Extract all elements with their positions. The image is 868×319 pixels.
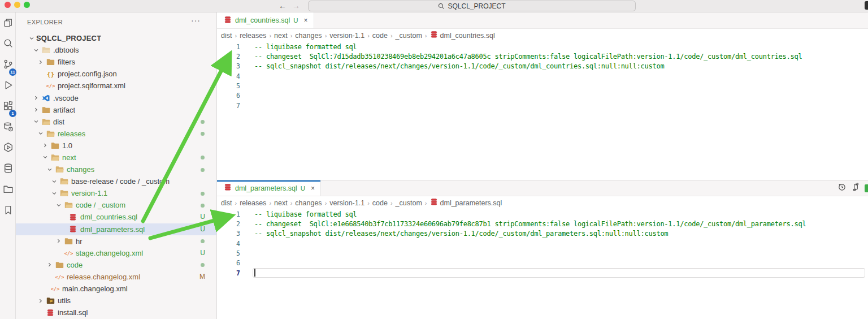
svg-text:</>: </>: [55, 274, 64, 280]
breadcrumb-item[interactable]: version-1.1: [329, 199, 364, 207]
breadcrumb-item[interactable]: releases: [240, 199, 266, 207]
explorer-more-actions-button[interactable]: ···: [191, 16, 201, 25]
command-center-search[interactable]: SQLCL_PROJECT: [308, 1, 636, 11]
activity-badge: 1: [9, 110, 16, 117]
breadcrumb-separator: ›: [390, 32, 393, 39]
breadcrumb-item[interactable]: next: [274, 199, 288, 207]
nav-back-button[interactable]: ←: [277, 0, 288, 12]
tree-item[interactable]: utils: [16, 295, 216, 307]
breadcrumb-item[interactable]: _custom: [396, 32, 422, 40]
tree-item-label: stage.changelog.xml: [76, 249, 143, 257]
tree-item[interactable]: next: [16, 152, 216, 163]
activity-bar-item-source-control[interactable]: 11: [0, 57, 16, 74]
tree-item[interactable]: code / _custom: [16, 199, 216, 211]
breadcrumb-item[interactable]: dml_parameters.sql: [430, 198, 502, 208]
xml-file-icon: </>: [63, 249, 73, 257]
tree-item[interactable]: .vscode: [16, 92, 216, 104]
breadcrumb-item[interactable]: changes: [295, 199, 322, 207]
activity-bar-item-search[interactable]: [0, 36, 16, 53]
tree-item[interactable]: dml_parameters.sqlU: [16, 223, 216, 235]
svg-text:</>: </>: [64, 251, 73, 256]
tree-item[interactable]: changes: [16, 163, 216, 175]
chevron-right-icon[interactable]: [45, 261, 54, 269]
code-editor[interactable]: 1-- liquibase formatted sql2-- changeset…: [217, 209, 868, 278]
tree-item[interactable]: artifact: [16, 104, 216, 116]
breadcrumb-item[interactable]: code: [372, 199, 388, 207]
tree-item[interactable]: 1.0: [16, 140, 216, 152]
chevron-down-icon[interactable]: [54, 201, 63, 209]
tree-item-label: filters: [58, 58, 75, 66]
tree-item[interactable]: dml_countries.sqlU: [16, 211, 216, 223]
tree-item[interactable]: {}project.config.json: [16, 68, 216, 80]
chevron-down-icon[interactable]: [50, 178, 59, 186]
tree-item[interactable]: hr: [16, 235, 216, 247]
tree-item[interactable]: </>stage.changelog.xmlU: [16, 247, 216, 259]
sql-database-icon: [430, 31, 438, 40]
close-window-button[interactable]: [5, 2, 11, 8]
tab-close-icon[interactable]: ×: [304, 16, 308, 24]
tree-item[interactable]: version-1.1: [16, 187, 216, 199]
tab-close-icon[interactable]: ×: [311, 184, 315, 192]
chevron-down-icon[interactable]: [32, 46, 41, 54]
folder-open-icon: [59, 189, 69, 197]
activity-bar-item-database-history[interactable]: [0, 119, 16, 136]
run-button-partial[interactable]: [865, 184, 868, 192]
git-modified-dot: [201, 263, 205, 267]
code-line-text: -- sqlcl_snapshot dist/releases/next/cha…: [254, 230, 668, 238]
code-line: 4: [217, 239, 868, 248]
svg-text:</>: </>: [46, 83, 55, 89]
breadcrumb-separator: ›: [235, 32, 237, 39]
maximize-window-button[interactable]: [24, 2, 30, 8]
chevron-right-icon[interactable]: [41, 141, 50, 149]
chevron-down-icon[interactable]: [50, 189, 59, 197]
minimize-window-button[interactable]: [14, 2, 20, 8]
chevron-right-icon[interactable]: [32, 106, 41, 114]
tree-item[interactable]: filters: [16, 56, 216, 68]
activity-badge: 11: [9, 68, 16, 76]
tree-root-item[interactable]: SQLCL_PROJECT: [16, 32, 216, 44]
chevron-down-icon[interactable]: [36, 130, 45, 137]
chevron-right-icon[interactable]: [32, 94, 41, 102]
tree-item[interactable]: </>release.changelog.xmlM: [16, 271, 216, 283]
nav-forward-button[interactable]: →: [290, 0, 302, 12]
activity-bar-item-files[interactable]: [0, 15, 16, 32]
breadcrumb-item[interactable]: _custom: [396, 199, 422, 207]
chevron-right-icon[interactable]: [36, 297, 45, 305]
compare-changes-icon[interactable]: [852, 183, 860, 193]
tab-dml_parameters.sql[interactable]: dml_parameters.sqlU×: [217, 180, 321, 196]
breadcrumb-item[interactable]: code: [372, 32, 388, 40]
chevron-right-icon[interactable]: [54, 237, 63, 245]
timeline-history-icon[interactable]: [837, 183, 846, 193]
breadcrumb-item[interactable]: dist: [221, 199, 232, 207]
tree-item[interactable]: code: [16, 259, 216, 271]
activity-bar-item-folder[interactable]: [0, 182, 16, 199]
breadcrumb-item[interactable]: version-1.1: [329, 32, 364, 40]
tab-dml_countries.sql[interactable]: dml_countries.sqlU×: [217, 12, 314, 28]
activity-bar-item-extensions-blocks[interactable]: 1: [0, 98, 16, 115]
breadcrumb-item[interactable]: releases: [240, 32, 266, 40]
tree-item[interactable]: install.sql: [16, 307, 216, 318]
activity-bar-item-box-play[interactable]: [0, 140, 16, 157]
tree-item[interactable]: .dbtools: [16, 44, 216, 56]
chevron-down-icon[interactable]: [41, 153, 50, 161]
current-line-highlight: [253, 268, 865, 278]
activity-bar-item-bookmark[interactable]: [0, 202, 16, 219]
tree-item[interactable]: </>project.sqlformat.xml: [16, 80, 216, 92]
tree-item[interactable]: releases: [16, 128, 216, 140]
breadcrumb-item[interactable]: dist: [221, 32, 232, 40]
breadcrumb-item[interactable]: dml_countries.sql: [430, 31, 495, 40]
chevron-down-icon[interactable]: [32, 118, 41, 126]
tree-item[interactable]: dist: [16, 116, 216, 128]
vscode-folder-icon: [41, 94, 51, 102]
tree-item[interactable]: </>main.changelog.xml: [16, 283, 216, 295]
breadcrumb-item[interactable]: changes: [295, 32, 322, 40]
tree-item[interactable]: base-release / code / _custom: [16, 175, 216, 187]
code-editor[interactable]: 1-- liquibase formatted sql2-- changeset…: [217, 42, 868, 110]
activity-bar-item-run-debug[interactable]: [0, 77, 16, 94]
chevron-down-icon[interactable]: [45, 166, 54, 174]
chevron-down-icon[interactable]: [27, 35, 36, 42]
sql-database-icon: [45, 309, 55, 317]
breadcrumb-item[interactable]: next: [274, 32, 288, 40]
chevron-right-icon[interactable]: [36, 58, 45, 66]
activity-bar-item-database[interactable]: [0, 161, 16, 178]
